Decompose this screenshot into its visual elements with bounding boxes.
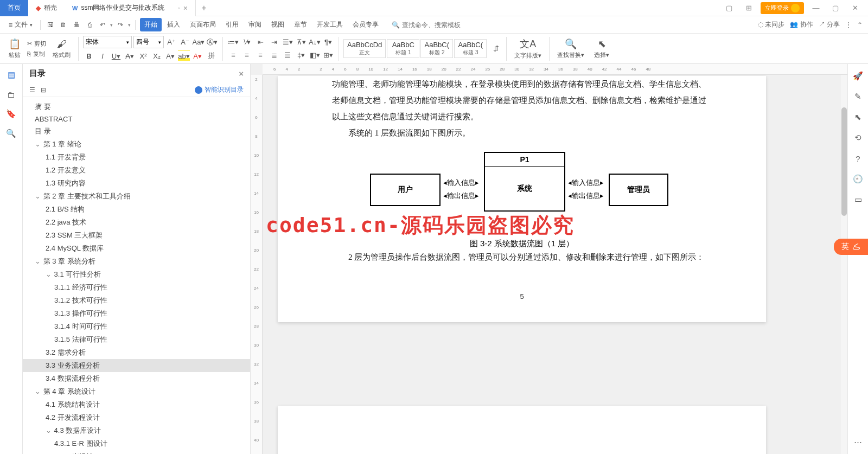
rocket-icon[interactable]: 🚀	[852, 69, 865, 82]
close-button[interactable]: ✕	[847, 2, 863, 15]
command-search[interactable]: 🔍	[392, 21, 478, 29]
search-panel-icon[interactable]: 🔍	[5, 127, 18, 140]
shading-button[interactable]: ◧▾	[309, 50, 321, 61]
highlight-button[interactable]: ab▾	[178, 50, 190, 61]
redo-icon[interactable]: ↷	[115, 20, 126, 30]
outline-item[interactable]: 3.1.5 法律可行性	[23, 333, 250, 346]
outline-item[interactable]: 1.3 研究内容	[23, 177, 250, 190]
show-marks-button[interactable]: ¶▾	[322, 37, 334, 48]
minimize-button[interactable]: —	[808, 2, 824, 15]
bookmark-panel-icon[interactable]: 🔖	[5, 107, 18, 120]
collab-button[interactable]: 👥 协作	[790, 20, 813, 29]
outline-item[interactable]: 4.2 开发流程设计	[23, 411, 250, 424]
styles-gallery[interactable]: AaBbCcDd正文AaBbC标题 1AaBbC(标题 2AaBbC(标题 3	[343, 39, 487, 58]
tab-document[interactable]: W ssm网络作业提交与批改系统 ▫ ×	[65, 0, 196, 16]
outline-item[interactable]: ⌄ 第 2 章 主要技术和工具介绍	[23, 190, 250, 203]
outline-item[interactable]: 4.1 系统结构设计	[23, 398, 250, 411]
login-button[interactable]: 立即登录	[761, 2, 804, 14]
pencil-icon[interactable]: ✎	[852, 90, 865, 103]
outline-item[interactable]: ⌄ 第 1 章 绪论	[23, 138, 250, 151]
smart-outline-button[interactable]: 智能识别目录	[195, 85, 244, 94]
maximize-button[interactable]: ▢	[828, 2, 843, 15]
outline-item[interactable]: 3.4 数据流程分析	[23, 372, 250, 385]
settings-icon[interactable]: ⟲	[852, 131, 865, 144]
horizontal-ruler[interactable]: 6422468101214161820222426283032343638404…	[263, 64, 847, 75]
menu-tab-5[interactable]: 视图	[267, 18, 289, 31]
sync-status[interactable]: ◌ 未同步	[758, 20, 784, 29]
subscript-button[interactable]: X₂	[151, 50, 163, 61]
scrollbar-thumb[interactable]	[841, 107, 847, 216]
tab-menu-icon[interactable]: ▫	[177, 4, 180, 12]
tab-stops-button[interactable]: ⊼▾	[295, 37, 307, 48]
menu-tab-8[interactable]: 会员专享	[348, 18, 383, 31]
menu-tab-3[interactable]: 引用	[221, 18, 243, 31]
font-select[interactable]: 宋体▾	[83, 36, 132, 48]
outline-item[interactable]: ⌄ 4.3 数据库设计	[23, 424, 250, 437]
menu-tab-2[interactable]: 页面布局	[186, 18, 220, 31]
menu-file[interactable]: ≡文件▾	[5, 18, 36, 31]
style-option[interactable]: AaBbC(标题 2	[420, 39, 453, 58]
strikethrough-button[interactable]: A̶▾	[124, 50, 136, 61]
outline-item[interactable]: 3.1.3 操作可行性	[23, 307, 250, 320]
paragraph[interactable]: 2 层为管理员操作后台数据流图，管理员可以分别通过添加、修改和删除来进行管理，如…	[332, 249, 712, 265]
outline-item[interactable]: 3.2 需求分析	[23, 346, 250, 359]
save-icon[interactable]: 🖫	[45, 20, 56, 30]
outline-item[interactable]: 3.1.4 时间可行性	[23, 320, 250, 333]
font-size-select[interactable]: 四号▾	[133, 36, 164, 48]
pages-panel-icon[interactable]: 🗀	[5, 88, 18, 101]
menu-tab-4[interactable]: 审阅	[244, 18, 266, 31]
decrease-indent-button[interactable]: ⇤	[254, 37, 266, 48]
outline-item[interactable]: 目 录	[23, 125, 250, 138]
figure-caption[interactable]: 图 3-2 系统数据流图（1 层）	[332, 239, 712, 249]
align-right-button[interactable]: ≡	[254, 50, 266, 61]
find-replace-button[interactable]: 🔍查找替换▾	[554, 36, 588, 62]
outline-item[interactable]: 2.1 B/S 结构	[23, 203, 250, 216]
collapse-ribbon[interactable]: ⌃	[857, 21, 863, 29]
underline-button[interactable]: U▾	[110, 50, 122, 61]
numbering-button[interactable]: ⅟▾	[241, 37, 253, 48]
phonetic-button[interactable]: 拼	[205, 50, 217, 61]
sort-button[interactable]: A↓▾	[309, 37, 321, 48]
paragraph[interactable]: 功能管理、老师功能管理等功能模块，在登录模块使用到的数据存储有管理员信息文档、学…	[332, 76, 712, 125]
outline-item[interactable]: ⌄ 第 3 章 系统分析	[23, 255, 250, 268]
tab-add-button[interactable]: +	[196, 3, 212, 13]
layout-icon[interactable]: ▢	[722, 2, 737, 15]
history-icon[interactable]: 🕘	[852, 172, 865, 186]
bold-button[interactable]: B	[83, 50, 95, 61]
italic-button[interactable]: I	[97, 50, 108, 61]
vertical-ruler[interactable]: 2468101214161820222426283032343638404244…	[251, 75, 263, 454]
menu-tab-1[interactable]: 插入	[163, 18, 184, 31]
outline-close-icon[interactable]: ×	[239, 69, 244, 78]
decrease-font-icon[interactable]: A⁻	[179, 37, 191, 48]
menu-tab-6[interactable]: 章节	[290, 18, 311, 31]
outline-item[interactable]: 4.3.1 E-R 图设计	[23, 437, 250, 450]
align-center-button[interactable]: ≡	[241, 50, 253, 61]
outline-item[interactable]: 1.2 开发意义	[23, 164, 250, 177]
outline-item[interactable]: 3.1.2 技术可行性	[23, 294, 250, 307]
line-spacing-button[interactable]: ☰▾	[282, 37, 293, 48]
more-menu[interactable]: ⋮	[845, 21, 852, 29]
select-button[interactable]: ⬉选择▾	[591, 36, 612, 62]
print-icon[interactable]: 🖶	[71, 20, 82, 30]
pointer-icon[interactable]: ⬉	[852, 111, 865, 124]
outline-item[interactable]: 摘 要	[23, 100, 250, 113]
outline-list-icon[interactable]: ☰	[29, 86, 35, 94]
tab-home[interactable]: 首页	[0, 0, 28, 16]
change-case-icon[interactable]: Aa▾	[193, 37, 205, 48]
borders-button[interactable]: ⊞▾	[322, 50, 334, 61]
superscript-button[interactable]: X²	[137, 50, 149, 61]
bullets-button[interactable]: ≔▾	[227, 37, 239, 48]
tab-docos[interactable]: ◆稻壳	[28, 0, 65, 16]
text-layout-button[interactable]: 文A文字排版▾	[511, 36, 545, 62]
font-color-button[interactable]: A▾	[192, 50, 203, 61]
more-tools-icon[interactable]: ⋯	[852, 436, 865, 449]
save-as-icon[interactable]: 🗎	[58, 20, 69, 30]
outline-tree[interactable]: 摘 要ABSTRACT目 录⌄ 第 1 章 绪论1.1 开发背景1.2 开发意义…	[23, 97, 250, 454]
page-nav-icon[interactable]: ▭	[852, 193, 865, 206]
help-icon[interactable]: ?	[852, 152, 865, 165]
outline-tree-icon[interactable]: ⊟	[41, 86, 46, 94]
align-left-button[interactable]: ≡	[227, 50, 239, 61]
distribute-button[interactable]: ☰	[282, 50, 293, 61]
outline-item[interactable]: 2.4 MySQL 数据库	[23, 242, 250, 255]
paste-button[interactable]: 📋粘贴	[5, 36, 24, 62]
